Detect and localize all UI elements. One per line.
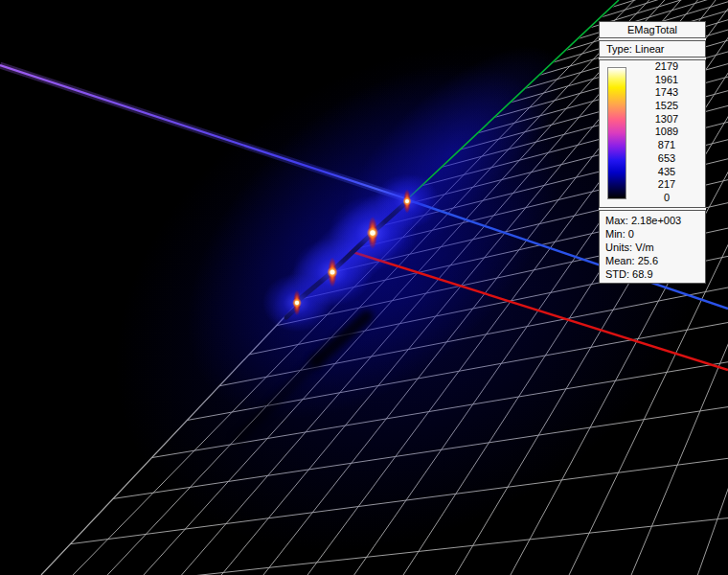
colorbar-tick: 1743 [630,87,703,98]
stat-line: Max: 2.18e+003 [605,214,701,227]
stat-line: STD: 68.9 [605,267,701,281]
simulation-window: EMagTotal Type: Linear 21791961174315251… [0,0,728,575]
legend-panel[interactable]: EMagTotal Type: Linear 21791961174315251… [599,21,706,284]
colorbar-tick: 1961 [630,75,703,85]
colorbar-tick: 871 [630,140,703,150]
colorbar-ticks: 2179196117431525130710898716534352170 [630,61,703,203]
legend-colorbar-box: 2179196117431525130710898716534352170 [599,59,706,208]
legend-statistics: Max: 2.18e+003Min: 0Units: V/mMean: 25.6… [599,210,706,284]
colorbar-tick: 435 [630,167,703,177]
colorbar-tick: 1307 [630,114,703,125]
legend-scale-type: Type: Linear [599,40,706,58]
colorbar-tick: 2179 [630,61,703,72]
legend-title: EMagTotal [599,21,706,38]
colorbar-tick: 1089 [630,126,703,137]
colorbar-tick: 217 [630,179,703,190]
colorbar-tick: 0 [630,193,703,203]
colorbar-tick: 1525 [630,101,703,111]
stat-line: Min: 0 [605,227,701,241]
stat-line: Units: V/m [605,241,701,254]
field-hotspot [375,173,440,229]
colorbar [607,67,626,199]
stat-line: Mean: 25.6 [605,254,701,267]
colorbar-tick: 653 [630,153,703,164]
